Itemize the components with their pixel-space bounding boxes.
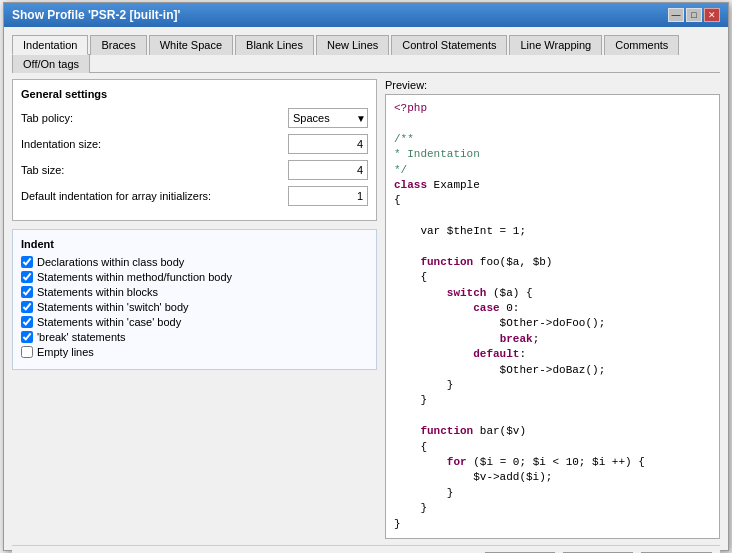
code-line <box>394 409 711 424</box>
checkbox-break: 'break' statements <box>21 331 368 343</box>
tab-indentation[interactable]: Indentation <box>12 35 88 55</box>
checkbox-case-input[interactable] <box>21 316 33 328</box>
code-line: * Indentation <box>394 147 711 162</box>
checkbox-method-statements-input[interactable] <box>21 271 33 283</box>
indentation-size-label: Indentation size: <box>21 138 288 150</box>
code-line: */ <box>394 163 711 178</box>
indentation-size-row: Indentation size: <box>21 134 368 154</box>
checkbox-switch: Statements within 'switch' body <box>21 301 368 313</box>
code-line: { <box>394 270 711 285</box>
maximize-button[interactable]: □ <box>686 8 702 22</box>
checkbox-declarations: Declarations within class body <box>21 256 368 268</box>
code-line: function foo($a, $b) <box>394 255 711 270</box>
checkbox-empty-lines: Empty lines <box>21 346 368 358</box>
code-line: { <box>394 440 711 455</box>
checkbox-break-input[interactable] <box>21 331 33 343</box>
tab-policy-row: Tab policy: Spaces Tabs Mixed ▼ <box>21 108 368 128</box>
tab-line-wrapping[interactable]: Line Wrapping <box>509 35 602 55</box>
code-line <box>394 240 711 255</box>
tab-size-input[interactable] <box>288 160 368 180</box>
preview-box[interactable]: <?php /** * Indentation */ class Example… <box>385 94 720 539</box>
checkbox-blocks-label: Statements within blocks <box>37 286 158 298</box>
checkbox-method-statements-label: Statements within method/function body <box>37 271 232 283</box>
left-panel: General settings Tab policy: Spaces Tabs… <box>12 79 377 539</box>
checkbox-method-statements: Statements within method/function body <box>21 271 368 283</box>
code-line: break; <box>394 332 711 347</box>
general-settings-section: General settings Tab policy: Spaces Tabs… <box>12 79 377 221</box>
checkbox-switch-label: Statements within 'switch' body <box>37 301 189 313</box>
tab-size-row: Tab size: <box>21 160 368 180</box>
checkbox-switch-input[interactable] <box>21 301 33 313</box>
dialog-content: Indentation Braces White Space Blank Lin… <box>4 27 728 553</box>
code-line <box>394 209 711 224</box>
indent-title: Indent <box>21 238 368 250</box>
code-line: for ($i = 0; $i < 10; $i ++) { <box>394 455 711 470</box>
array-indent-row: Default indentation for array initialize… <box>21 186 368 206</box>
tab-policy-select[interactable]: Spaces Tabs Mixed <box>288 108 368 128</box>
checkbox-case: Statements within 'case' body <box>21 316 368 328</box>
code-line: $Other->doBaz(); <box>394 363 711 378</box>
tab-offon-tags[interactable]: Off/On tags <box>12 54 90 73</box>
array-indent-input[interactable] <box>288 186 368 206</box>
tab-policy-label: Tab policy: <box>21 112 288 124</box>
code-line: } <box>394 486 711 501</box>
indent-section: Indent Declarations within class body St… <box>12 229 377 370</box>
general-settings-title: General settings <box>21 88 368 100</box>
title-bar: Show Profile 'PSR-2 [built-in]' — □ ✕ <box>4 3 728 27</box>
code-line: } <box>394 378 711 393</box>
code-line: { <box>394 193 711 208</box>
checkbox-empty-lines-input[interactable] <box>21 346 33 358</box>
bottom-bar: ? This is a built-in profile and cannot … <box>12 545 720 553</box>
tab-white-space[interactable]: White Space <box>149 35 233 55</box>
dialog-title: Show Profile 'PSR-2 [built-in]' <box>12 8 180 22</box>
tab-blank-lines[interactable]: Blank Lines <box>235 35 314 55</box>
tab-bar: Indentation Braces White Space Blank Lin… <box>12 35 720 73</box>
tab-size-label: Tab size: <box>21 164 288 176</box>
dialog-window: Show Profile 'PSR-2 [built-in]' — □ ✕ In… <box>3 2 729 551</box>
close-button[interactable]: ✕ <box>704 8 720 22</box>
checkbox-blocks-input[interactable] <box>21 286 33 298</box>
code-line <box>394 116 711 131</box>
code-line: } <box>394 501 711 516</box>
array-indent-label: Default indentation for array initialize… <box>21 190 288 202</box>
code-line: var $theInt = 1; <box>394 224 711 239</box>
checkbox-case-label: Statements within 'case' body <box>37 316 181 328</box>
code-line: case 0: <box>394 301 711 316</box>
code-line: <?php <box>394 101 711 116</box>
tab-control-statements[interactable]: Control Statements <box>391 35 507 55</box>
code-line: default: <box>394 347 711 362</box>
tab-new-lines[interactable]: New Lines <box>316 35 389 55</box>
code-line: } <box>394 393 711 408</box>
preview-label: Preview: <box>385 79 720 91</box>
code-line: switch ($a) { <box>394 286 711 301</box>
tab-policy-select-wrapper: Spaces Tabs Mixed ▼ <box>288 108 368 128</box>
indentation-size-input[interactable] <box>288 134 368 154</box>
code-line: function bar($v) <box>394 424 711 439</box>
tab-braces[interactable]: Braces <box>90 35 146 55</box>
checkbox-declarations-input[interactable] <box>21 256 33 268</box>
checkbox-break-label: 'break' statements <box>37 331 126 343</box>
minimize-button[interactable]: — <box>668 8 684 22</box>
checkbox-empty-lines-label: Empty lines <box>37 346 94 358</box>
tab-comments[interactable]: Comments <box>604 35 679 55</box>
right-panel: Preview: <?php /** * Indentation */ clas… <box>385 79 720 539</box>
main-area: General settings Tab policy: Spaces Tabs… <box>12 79 720 539</box>
code-line: } <box>394 517 711 532</box>
code-line: class Example <box>394 178 711 193</box>
checkbox-declarations-label: Declarations within class body <box>37 256 184 268</box>
code-line: /** <box>394 132 711 147</box>
checkbox-blocks: Statements within blocks <box>21 286 368 298</box>
code-line: $v->add($i); <box>394 470 711 485</box>
code-line: $Other->doFoo(); <box>394 316 711 331</box>
title-bar-controls: — □ ✕ <box>668 8 720 22</box>
